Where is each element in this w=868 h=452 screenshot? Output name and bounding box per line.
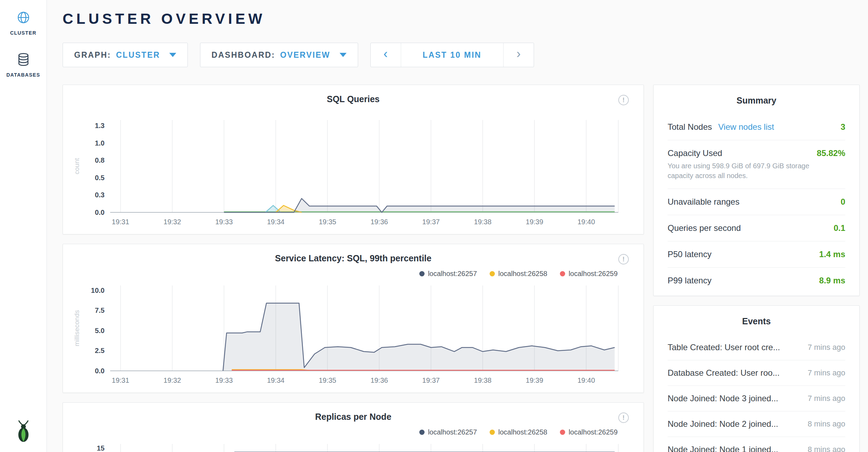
databases-icon bbox=[17, 52, 30, 68]
legend-dot bbox=[490, 271, 495, 276]
legend-dot bbox=[490, 430, 495, 435]
cockroachdb-logo[interactable] bbox=[13, 419, 34, 444]
legend-item: localhost:26259 bbox=[560, 427, 618, 437]
chart-card-replicas-per-node: Replicas per Node ! localhost:26257 loca… bbox=[63, 402, 644, 452]
sidebar-item-cluster[interactable]: CLUSTER bbox=[10, 10, 36, 36]
legend-item: localhost:26257 bbox=[419, 427, 477, 437]
svg-text:19:39: 19:39 bbox=[526, 376, 543, 384]
svg-text:19:38: 19:38 bbox=[474, 376, 491, 384]
replicas-per-node-chart: 19:3119:3219:3319:3419:3519:3619:3719:38… bbox=[63, 437, 643, 452]
svg-text:19:33: 19:33 bbox=[215, 218, 233, 226]
svg-text:0.0: 0.0 bbox=[95, 209, 105, 216]
legend-dot bbox=[560, 430, 565, 435]
info-icon[interactable]: ! bbox=[618, 254, 629, 264]
svg-text:0.0: 0.0 bbox=[95, 367, 105, 375]
sidebar-item-label: DATABASES bbox=[6, 72, 40, 78]
svg-text:5.0: 5.0 bbox=[95, 327, 105, 334]
legend-dot bbox=[419, 271, 425, 276]
event-row: Node Joined: Node 1 joined... 8 mins ago bbox=[668, 437, 845, 452]
event-text: Node Joined: Node 3 joined... bbox=[668, 394, 778, 403]
main-area: CLUSTER OVERVIEW GRAPH: CLUSTER DASHBOAR… bbox=[47, 0, 868, 452]
legend-item: localhost:26258 bbox=[490, 269, 547, 278]
summary-card: Summary Total Nodes View nodes list 3 bbox=[653, 85, 860, 296]
time-range-picker: ‹ LAST 10 MIN › bbox=[370, 43, 534, 67]
svg-text:19:35: 19:35 bbox=[319, 218, 336, 226]
chart-title: Service Latency: SQL, 99th percentile bbox=[275, 253, 431, 263]
svg-text:2.5: 2.5 bbox=[95, 347, 105, 354]
page: CLUSTER DATABASES CLUSTER OVE bbox=[0, 0, 868, 452]
chart-card-service-latency: Service Latency: SQL, 99th percentile ! … bbox=[63, 244, 644, 393]
event-time: 8 mins ago bbox=[807, 445, 845, 452]
svg-text:0.5: 0.5 bbox=[95, 174, 105, 182]
page-title: CLUSTER OVERVIEW bbox=[63, 10, 860, 27]
graph-dropdown[interactable]: GRAPH: CLUSTER bbox=[63, 43, 188, 67]
side-column: Summary Total Nodes View nodes list 3 bbox=[653, 85, 860, 452]
chart-title: SQL Queries bbox=[327, 94, 380, 104]
chart-legend: localhost:26257 localhost:26258 localhos… bbox=[63, 264, 643, 278]
summary-row-p99-latency: P99 latency 8.9 ms bbox=[668, 268, 845, 294]
svg-text:19:32: 19:32 bbox=[164, 218, 181, 226]
legend-label: localhost:26257 bbox=[428, 270, 477, 278]
summary-value: 0.1 bbox=[834, 223, 845, 233]
summary-row-total-nodes: Total Nodes View nodes list 3 bbox=[668, 114, 845, 140]
event-text: Node Joined: Node 1 joined... bbox=[668, 445, 778, 452]
summary-label: Queries per second bbox=[668, 223, 741, 233]
summary-value: 0 bbox=[841, 197, 845, 207]
legend-label: localhost:26257 bbox=[428, 428, 477, 436]
svg-text:0.3: 0.3 bbox=[95, 191, 105, 199]
info-icon[interactable]: ! bbox=[618, 412, 629, 423]
chevron-down-icon bbox=[169, 53, 176, 57]
svg-text:19:40: 19:40 bbox=[577, 218, 595, 226]
graph-dropdown-value: CLUSTER bbox=[116, 50, 160, 60]
event-row: Node Joined: Node 3 joined... 7 mins ago bbox=[668, 386, 845, 411]
svg-text:7.5: 7.5 bbox=[95, 306, 105, 314]
summary-value: 3 bbox=[841, 122, 845, 132]
event-text: Node Joined: Node 2 joined... bbox=[668, 419, 778, 429]
sidebar: CLUSTER DATABASES bbox=[0, 0, 47, 452]
chevron-left-icon: ‹ bbox=[384, 48, 388, 60]
dashboard-dropdown-value: OVERVIEW bbox=[280, 50, 330, 60]
event-row: Table Created: User root cre... 7 mins a… bbox=[668, 335, 845, 360]
event-time: 7 mins ago bbox=[807, 394, 845, 403]
svg-text:count: count bbox=[73, 158, 80, 174]
legend-label: localhost:26259 bbox=[569, 270, 618, 278]
svg-text:19:40: 19:40 bbox=[577, 376, 595, 384]
controls-bar: GRAPH: CLUSTER DASHBOARD: OVERVIEW ‹ LAS… bbox=[63, 43, 860, 67]
legend-dot bbox=[419, 430, 425, 435]
svg-text:19:37: 19:37 bbox=[422, 376, 440, 384]
event-time: 7 mins ago bbox=[807, 368, 845, 377]
sql-queries-chart: 19:3119:3219:3319:3419:3519:3619:3719:38… bbox=[63, 113, 643, 228]
time-next-button[interactable]: › bbox=[504, 43, 534, 67]
svg-text:1.3: 1.3 bbox=[95, 122, 105, 129]
summary-row-unavailable-ranges: Unavailable ranges 0 bbox=[668, 189, 845, 215]
view-nodes-list-link[interactable]: View nodes list bbox=[718, 122, 774, 132]
chart-title: Replicas per Node bbox=[315, 412, 391, 422]
legend-item: localhost:26259 bbox=[560, 269, 618, 278]
capacity-description: You are using 598.9 GiB of 697.9 GiB sto… bbox=[668, 161, 835, 181]
events-title: Events bbox=[668, 316, 845, 335]
summary-label: Total Nodes bbox=[668, 122, 712, 132]
chart-legend: localhost:26257 localhost:26258 localhos… bbox=[63, 423, 643, 437]
svg-text:19:34: 19:34 bbox=[267, 376, 284, 384]
summary-row-queries-per-second: Queries per second 0.1 bbox=[668, 215, 845, 241]
summary-value: 85.82% bbox=[817, 148, 845, 158]
legend-label: localhost:26259 bbox=[569, 428, 618, 436]
time-prev-button[interactable]: ‹ bbox=[371, 43, 401, 67]
dashboard-dropdown[interactable]: DASHBOARD: OVERVIEW bbox=[200, 43, 358, 67]
legend-item: localhost:26258 bbox=[490, 427, 547, 437]
svg-text:1.0: 1.0 bbox=[95, 139, 105, 147]
svg-text:19:36: 19:36 bbox=[370, 218, 388, 226]
summary-value: 1.4 ms bbox=[819, 249, 845, 259]
sidebar-item-databases[interactable]: DATABASES bbox=[6, 52, 40, 78]
summary-label: P50 latency bbox=[668, 249, 711, 259]
svg-text:15: 15 bbox=[97, 444, 105, 452]
info-icon[interactable]: ! bbox=[618, 95, 629, 105]
time-range-label[interactable]: LAST 10 MIN bbox=[401, 43, 504, 67]
svg-text:milliseconds: milliseconds bbox=[73, 310, 80, 346]
content: SQL Queries ! 19:3119:3219:3319:3419:351… bbox=[63, 85, 860, 452]
svg-text:19:39: 19:39 bbox=[526, 218, 543, 226]
summary-value: 8.9 ms bbox=[819, 276, 845, 285]
svg-text:19:31: 19:31 bbox=[112, 218, 129, 226]
chevron-down-icon bbox=[340, 53, 347, 57]
summary-label: Unavailable ranges bbox=[668, 197, 739, 207]
